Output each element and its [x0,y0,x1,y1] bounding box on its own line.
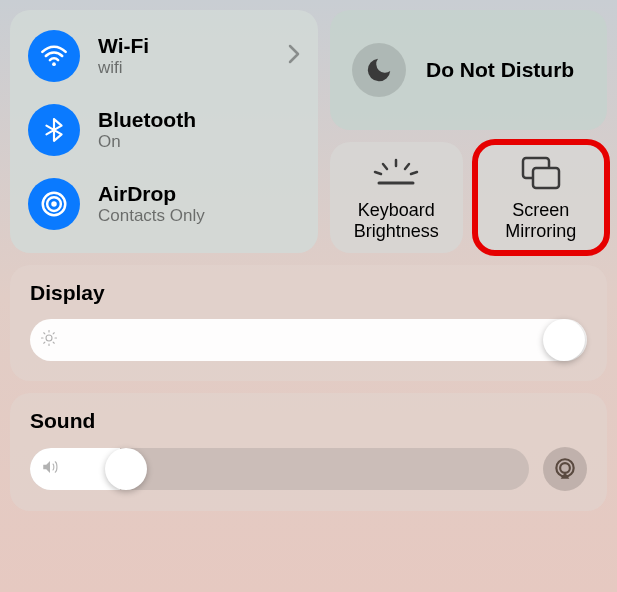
wifi-subtitle: wifi [98,58,270,78]
bluetooth-title: Bluetooth [98,108,300,132]
display-panel: Display [10,265,607,381]
keyboard-brightness-button[interactable]: Keyboard Brightness [330,142,463,253]
sound-slider[interactable] [30,448,529,490]
svg-rect-11 [533,168,559,188]
moon-icon [352,43,406,97]
bluetooth-item[interactable]: Bluetooth On [28,98,300,162]
svg-line-20 [53,333,54,334]
bluetooth-text: Bluetooth On [98,108,300,152]
do-not-disturb-button[interactable]: Do Not Disturb [330,10,607,130]
display-slider-knob[interactable] [543,319,585,361]
svg-point-3 [51,201,57,207]
sound-slider-knob[interactable] [105,448,147,490]
airdrop-item[interactable]: AirDrop Contacts Only [28,172,300,236]
display-title: Display [30,281,587,305]
screen-mirroring-icon [520,154,562,192]
screen-mirroring-label: Screen Mirroring [481,200,602,241]
airplay-audio-button[interactable] [543,447,587,491]
screen-mirroring-button[interactable]: Screen Mirroring [475,142,608,253]
svg-line-5 [383,164,387,169]
wifi-title: Wi-Fi [98,34,270,58]
svg-line-19 [44,343,45,344]
sound-title: Sound [30,409,587,433]
wifi-item[interactable]: Wi-Fi wifi [28,24,300,88]
sound-panel: Sound [10,393,607,511]
display-slider[interactable] [30,319,587,361]
airdrop-text: AirDrop Contacts Only [98,182,300,226]
dnd-label: Do Not Disturb [426,57,574,82]
svg-point-0 [52,62,56,66]
chevron-right-icon [288,42,300,70]
airdrop-icon [28,178,80,230]
bluetooth-subtitle: On [98,132,300,152]
svg-line-18 [53,343,54,344]
sun-icon [40,329,58,351]
connectivity-panel: Wi-Fi wifi Bluetooth On [10,10,318,253]
wifi-icon [28,30,80,82]
svg-line-6 [405,164,409,169]
airdrop-subtitle: Contacts Only [98,206,300,226]
svg-line-7 [375,172,381,174]
airdrop-title: AirDrop [98,182,300,206]
svg-point-22 [560,463,570,473]
keyboard-brightness-icon [371,154,421,192]
bluetooth-icon [28,104,80,156]
svg-point-12 [46,335,52,341]
wifi-text: Wi-Fi wifi [98,34,270,78]
svg-line-8 [411,172,417,174]
speaker-icon [40,458,60,480]
svg-line-17 [44,333,45,334]
keyboard-brightness-label: Keyboard Brightness [336,200,457,241]
airplay-icon [552,456,578,482]
